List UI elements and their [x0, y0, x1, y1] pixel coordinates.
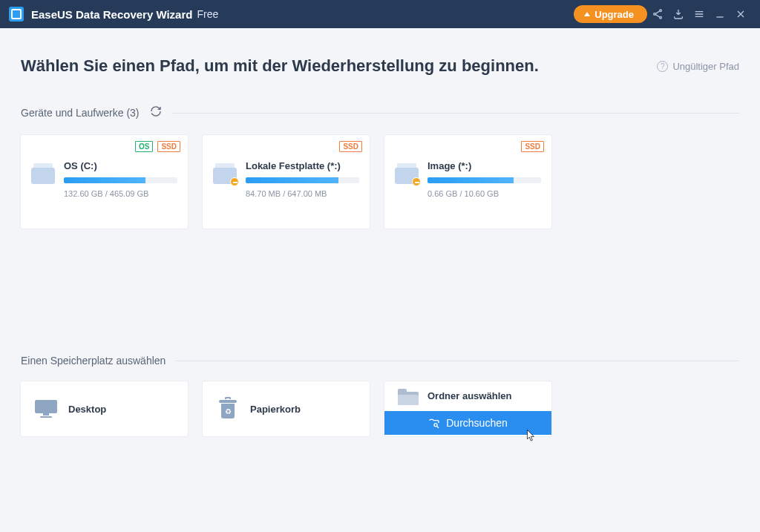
svg-point-1 [654, 13, 656, 16]
folder-icon [398, 389, 419, 405]
titlebar: EaseUS Data Recovery Wizard Free Upgrade [0, 0, 760, 28]
location-recycle-bin-label: Papierkorb [250, 404, 301, 415]
location-recycle-bin[interactable]: ♻ Papierkorb [203, 381, 370, 436]
close-button[interactable] [730, 3, 751, 25]
invalid-path-link[interactable]: ? Ungültiger Pfad [657, 61, 739, 72]
drives-section-title: Geräte und Laufwerke (3) [21, 107, 140, 119]
up-arrow-icon [584, 12, 590, 16]
ssd-badge: SSD [339, 141, 362, 152]
location-desktop[interactable]: Desktop [21, 381, 188, 436]
drive-card[interactable]: SSDImage (*:)0.66 GB / 10.60 GB [384, 135, 551, 229]
drive-size: 0.66 GB / 10.60 GB [428, 189, 541, 198]
usage-bar [64, 177, 177, 183]
browse-button-label: Durchsuchen [446, 417, 508, 429]
drives-grid: OSSSDOS (C:)132.60 GB / 465.09 GBSSDLoka… [21, 135, 739, 229]
locations-section-title: Einen Speicherplatz auswählen [21, 355, 166, 367]
share-icon[interactable] [647, 3, 668, 25]
drive-icon [213, 163, 237, 184]
drive-icon [31, 163, 55, 184]
usage-bar [428, 177, 541, 183]
drive-badges: SSD [339, 141, 362, 152]
locations-grid: Desktop ♻ Papierkorb Ordner auswählen Du… [21, 381, 739, 436]
refresh-icon[interactable] [150, 105, 162, 120]
drive-card[interactable]: OSSSDOS (C:)132.60 GB / 465.09 GB [21, 135, 188, 229]
drive-name: OS (C:) [64, 160, 177, 171]
help-icon: ? [657, 61, 668, 72]
upgrade-button-label: Upgrade [594, 9, 634, 20]
drive-badges: OSSSD [135, 141, 180, 152]
app-logo-icon [9, 7, 24, 22]
drive-icon [395, 163, 419, 184]
header-row: Wählen Sie einen Pfad, um mit der Wieder… [21, 56, 739, 76]
drive-size: 84.70 MB / 647.00 MB [246, 189, 359, 198]
warning-icon [230, 177, 239, 186]
location-desktop-label: Desktop [68, 404, 106, 415]
app-title: EaseUS Data Recovery Wizard [31, 8, 192, 21]
drive-name: Image (*:) [428, 160, 541, 171]
folder-search-icon [428, 417, 440, 429]
drive-badges: SSD [521, 141, 544, 152]
download-icon[interactable] [668, 3, 689, 25]
os-badge: OS [135, 141, 153, 152]
minimize-button[interactable] [710, 3, 730, 25]
main: Wählen Sie einen Pfad, um mit der Wieder… [0, 28, 760, 436]
desktop-icon [34, 397, 58, 421]
trash-icon: ♻ [216, 397, 240, 421]
svg-point-2 [660, 16, 662, 19]
ssd-badge: SSD [157, 141, 180, 152]
app-edition: Free [197, 8, 218, 20]
location-select-folder-label: Ordner auswählen [428, 390, 511, 402]
warning-icon [412, 177, 421, 186]
upgrade-button[interactable]: Upgrade [574, 5, 647, 23]
drive-card[interactable]: SSDLokale Festplatte (*:)84.70 MB / 647.… [203, 135, 370, 229]
drive-size: 132.60 GB / 465.09 GB [64, 189, 177, 198]
usage-bar [246, 177, 359, 183]
svg-point-3 [434, 423, 437, 426]
svg-point-0 [660, 10, 662, 12]
divider [172, 113, 739, 114]
menu-icon[interactable] [689, 3, 710, 25]
browse-button[interactable]: Durchsuchen [384, 411, 551, 435]
locations-section: Einen Speicherplatz auswählen Desktop ♻ … [21, 355, 739, 436]
cursor-icon [526, 429, 537, 442]
page-title: Wählen Sie einen Pfad, um mit der Wieder… [21, 56, 539, 76]
drive-name: Lokale Festplatte (*:) [246, 160, 359, 171]
drives-section-header: Geräte und Laufwerke (3) [21, 105, 739, 120]
divider [176, 361, 739, 361]
invalid-path-label: Ungültiger Pfad [672, 61, 739, 72]
ssd-badge: SSD [521, 141, 544, 152]
locations-section-header: Einen Speicherplatz auswählen [21, 355, 739, 367]
location-select-folder[interactable]: Ordner auswählen Durchsuchen [384, 381, 551, 436]
